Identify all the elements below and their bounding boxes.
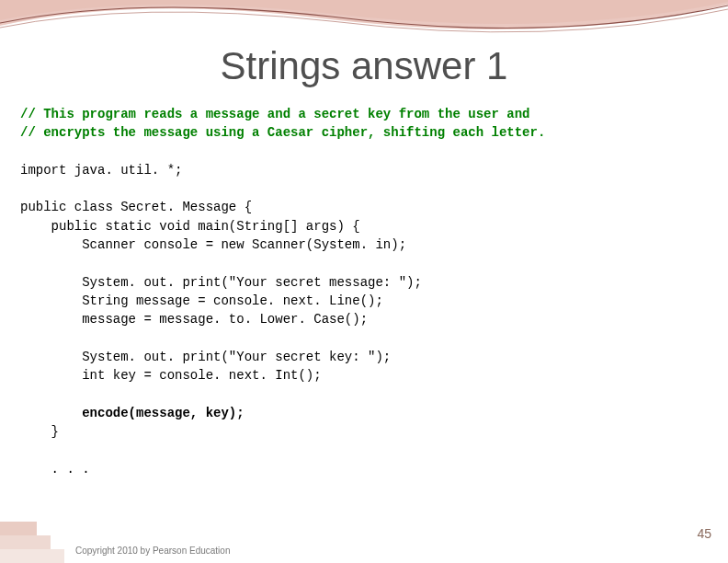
code-line: int key = console. next. Int();	[20, 368, 322, 383]
code-line: public class Secret. Message {	[20, 200, 252, 214]
copyright-text: Copyright 2010 by Pearson Education	[75, 546, 230, 556]
svg-rect-1	[0, 535, 51, 549]
code-line: message = message. to. Lower. Case();	[20, 312, 368, 327]
code-line: }	[20, 424, 59, 439]
code-line: encode(message, key);	[20, 406, 245, 420]
code-comment-line: // encrypts the message using a Caesar c…	[20, 125, 545, 140]
code-line: String message = console. next. Line();	[20, 293, 383, 308]
slide-title: Strings answer 1	[0, 44, 728, 88]
code-line: System. out. print("Your secret message:…	[20, 275, 422, 290]
code-line: Scanner console = new Scanner(System. in…	[20, 237, 406, 252]
code-line: import java. util. *;	[20, 163, 182, 178]
svg-rect-0	[0, 549, 64, 563]
corner-decoration	[0, 522, 64, 563]
svg-rect-2	[0, 522, 37, 535]
slide-header-swoosh	[0, 0, 728, 51]
code-line: System. out. print("Your secret key: ");	[20, 350, 391, 364]
code-line: public static void main(String[] args) {	[20, 219, 360, 234]
page-number: 45	[697, 526, 711, 541]
code-line: . . .	[20, 462, 90, 477]
code-block: // This program reads a message and a se…	[20, 105, 708, 478]
code-comment-line: // This program reads a message and a se…	[20, 107, 530, 121]
